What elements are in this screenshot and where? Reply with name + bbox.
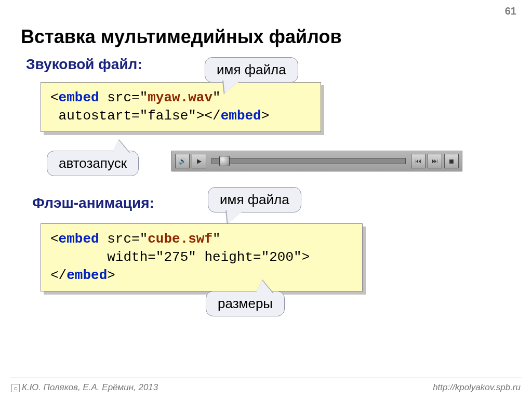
callout-size: размеры bbox=[206, 291, 285, 316]
footer-author-text: К.Ю. Поляков, Е.А. Ерёмин, 2013 bbox=[22, 382, 158, 392]
slide-title: Вставка мультимедийных файлов bbox=[21, 26, 342, 48]
code-tag: embed bbox=[59, 90, 99, 105]
code-text: < bbox=[50, 231, 59, 247]
code-block-audio: <embed src="myaw.wav" autostart="false">… bbox=[41, 82, 321, 132]
code-text: src=" bbox=[99, 231, 148, 247]
callout-label: имя файла bbox=[217, 62, 286, 77]
stop-icon: ◼ bbox=[449, 157, 454, 165]
callout-filename-2: имя файла bbox=[208, 187, 301, 212]
callout-label: имя файла bbox=[220, 192, 289, 207]
sound-button[interactable]: 🔊 bbox=[175, 154, 190, 168]
seek-track[interactable] bbox=[211, 158, 406, 164]
callout-label: автозапуск bbox=[59, 155, 127, 171]
code-text: </ bbox=[50, 268, 66, 283]
footer-url: http://kpolyakov.spb.ru bbox=[433, 382, 521, 393]
code-text: < bbox=[50, 90, 59, 105]
callout-autostart: автозапуск bbox=[47, 151, 139, 176]
code-content: <embed src="myaw.wav" autostart="false">… bbox=[41, 82, 321, 132]
media-player[interactable]: 🔊 ▶ ⏮ ⏭ ◼ bbox=[171, 151, 462, 171]
prev-icon: ⏮ bbox=[415, 157, 421, 165]
stop-button[interactable]: ◼ bbox=[444, 154, 459, 168]
callout-filename-1: имя файла bbox=[205, 57, 298, 83]
code-text: </ bbox=[204, 108, 220, 124]
code-text: src=" bbox=[99, 90, 148, 105]
footer-divider bbox=[10, 378, 522, 378]
callout-tail bbox=[107, 140, 129, 153]
code-block-flash: <embed src="cube.swf" width="275" height… bbox=[41, 223, 363, 291]
code-filename: cube.swf bbox=[148, 231, 212, 247]
code-tag: embed bbox=[59, 231, 99, 247]
play-icon: ▶ bbox=[197, 157, 202, 165]
section-heading-flash: Флэш-анимация: bbox=[32, 195, 154, 211]
code-tag: embed bbox=[66, 268, 107, 283]
next-button[interactable]: ⏭ bbox=[428, 154, 442, 168]
callout-label: размеры bbox=[218, 296, 273, 311]
code-content: <embed src="cube.swf" width="275" height… bbox=[41, 223, 363, 291]
footer-author: cК.Ю. Поляков, Е.А. Ерёмин, 2013 bbox=[11, 382, 158, 393]
callout-tail bbox=[221, 210, 244, 223]
prev-button[interactable]: ⏮ bbox=[411, 154, 425, 168]
page-number: 61 bbox=[505, 5, 516, 17]
next-icon: ⏭ bbox=[432, 157, 438, 165]
play-button[interactable]: ▶ bbox=[192, 154, 206, 168]
section-heading-audio: Звуковой файл: bbox=[26, 56, 142, 73]
code-tag: embed bbox=[221, 108, 261, 124]
copyright-icon: c bbox=[11, 384, 20, 392]
code-text: > bbox=[261, 108, 270, 124]
speaker-icon: 🔊 bbox=[179, 157, 187, 165]
code-filename: myaw.wav bbox=[148, 90, 212, 105]
seek-knob[interactable] bbox=[219, 156, 230, 166]
code-text: > bbox=[107, 268, 115, 283]
